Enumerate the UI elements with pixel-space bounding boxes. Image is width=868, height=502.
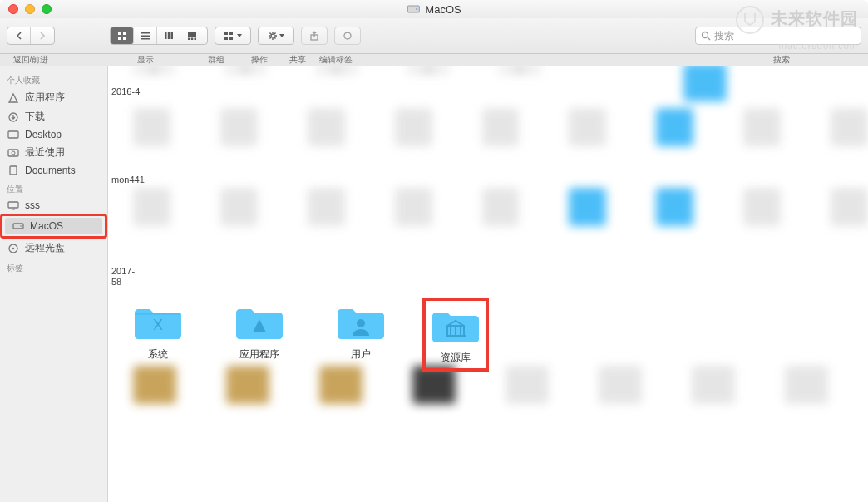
date-label: 2017-58 — [108, 266, 868, 288]
zoom-button[interactable] — [42, 4, 52, 14]
svg-rect-8 — [141, 38, 150, 40]
svg-rect-14 — [191, 38, 194, 41]
svg-point-20 — [271, 34, 274, 37]
svg-point-23 — [703, 32, 708, 38]
window-body: 个人收藏 应用程序 下载 Desktop 最近使用 Documents 位置 s… — [0, 66, 868, 502]
svg-text:X: X — [153, 317, 163, 333]
sidebar-item-documents[interactable]: Documents — [0, 162, 107, 179]
sidebar-item-label: Desktop — [25, 129, 62, 140]
content-area: GZGZGZGZGZ 2016-4 mon441 2017-58 X 系统 应用… — [108, 66, 868, 502]
svg-point-31 — [20, 225, 22, 227]
close-button[interactable] — [8, 4, 18, 14]
hdd-icon — [12, 220, 25, 232]
svg-rect-16 — [224, 32, 228, 35]
svg-rect-26 — [8, 150, 18, 156]
svg-rect-12 — [188, 32, 196, 37]
svg-rect-3 — [123, 32, 126, 35]
svg-rect-5 — [123, 37, 126, 40]
window-title: MacOS — [407, 2, 461, 16]
favorites-heading: 个人收藏 — [0, 70, 107, 88]
forward-button[interactable] — [31, 27, 54, 44]
action-button[interactable] — [258, 27, 294, 45]
svg-rect-19 — [229, 37, 233, 40]
macos-highlight-box: MacOS — [0, 214, 107, 239]
traffic-lights — [0, 4, 52, 14]
sidebar-item-label: 最近使用 — [25, 145, 65, 160]
sidebar-item-label: MacOS — [30, 220, 63, 232]
titlebar: MacOS — [0, 0, 868, 18]
folder-icon — [334, 303, 387, 342]
search-placeholder: 搜索 — [714, 29, 734, 43]
folder-icon — [233, 303, 286, 342]
folder-label: 资源库 — [441, 351, 471, 365]
folder-label: 用户 — [351, 347, 371, 362]
gallery-view-button[interactable] — [180, 27, 204, 44]
svg-rect-17 — [229, 32, 233, 35]
svg-rect-13 — [188, 38, 190, 41]
column-view-button[interactable] — [157, 27, 180, 44]
sidebar-item-applications[interactable]: 应用程序 — [0, 88, 107, 107]
download-icon — [7, 111, 20, 123]
tags-heading: 标签 — [0, 258, 107, 276]
share-button[interactable] — [301, 27, 328, 45]
app-icon — [7, 92, 20, 104]
svg-rect-6 — [141, 32, 150, 34]
toolbar: 搜索 — [0, 18, 868, 54]
finder-window: MacOS 搜索 返回/前进 显示 群组 操作 共享 编辑标签 搜 — [0, 0, 868, 502]
sidebar-item-label: 远程光盘 — [25, 241, 65, 255]
sidebar-item-macos[interactable]: MacOS — [5, 218, 102, 234]
list-view-button[interactable] — [134, 27, 157, 44]
svg-point-22 — [344, 32, 351, 39]
svg-rect-30 — [13, 224, 23, 229]
svg-rect-2 — [118, 32, 121, 35]
view-mode-selector — [110, 27, 208, 45]
sidebar-item-desktop[interactable]: Desktop — [0, 126, 107, 143]
svg-rect-25 — [8, 131, 18, 138]
search-input[interactable]: 搜索 — [695, 27, 861, 45]
search-icon — [701, 31, 711, 41]
folder-label: 应用程序 — [239, 347, 279, 362]
svg-rect-28 — [10, 166, 17, 175]
folders-row: X 系统 应用程序 用户 资源库 — [125, 303, 482, 368]
svg-point-35 — [357, 319, 365, 327]
desktop-icon — [7, 129, 20, 140]
share-icon — [309, 31, 319, 41]
sidebar: 个人收藏 应用程序 下载 Desktop 最近使用 Documents 位置 s… — [0, 66, 108, 502]
svg-rect-15 — [195, 38, 197, 41]
folder-system[interactable]: X 系统 — [125, 303, 191, 368]
folder-library[interactable]: 资源库 — [422, 298, 489, 372]
svg-point-33 — [12, 247, 14, 249]
sidebar-item-label: 应用程序 — [25, 91, 65, 105]
folder-users[interactable]: 用户 — [328, 303, 394, 368]
toolbar-labels: 返回/前进 显示 群组 操作 共享 编辑标签 搜索 — [0, 54, 868, 66]
date-label: 2016-4 — [108, 86, 868, 97]
icon-view-button[interactable] — [111, 27, 134, 44]
group-by-button[interactable] — [215, 27, 251, 45]
back-button[interactable] — [7, 27, 31, 44]
sidebar-item-downloads[interactable]: 下载 — [0, 107, 107, 126]
svg-point-1 — [416, 8, 417, 10]
folder-label: 系统 — [148, 347, 168, 362]
minimize-button[interactable] — [25, 4, 35, 14]
svg-rect-11 — [170, 32, 173, 39]
svg-rect-18 — [224, 37, 228, 40]
svg-rect-7 — [141, 36, 150, 37]
sidebar-item-label: sss — [25, 199, 40, 211]
tags-button[interactable] — [334, 27, 361, 45]
nav-back-forward — [7, 27, 55, 45]
tag-icon — [343, 31, 353, 41]
gear-icon — [268, 31, 278, 41]
folder-applications[interactable]: 应用程序 — [226, 303, 293, 368]
sidebar-item-remote-disc[interactable]: 远程光盘 — [0, 239, 107, 258]
sidebar-item-label: Documents — [25, 165, 76, 176]
svg-rect-10 — [167, 32, 170, 39]
svg-point-27 — [12, 151, 15, 155]
sidebar-item-sss[interactable]: sss — [0, 197, 107, 214]
svg-rect-9 — [165, 32, 167, 39]
docs-icon — [7, 165, 20, 176]
locations-heading: 位置 — [0, 179, 107, 197]
sidebar-item-recents[interactable]: 最近使用 — [0, 143, 107, 162]
folder-icon: X — [131, 303, 185, 342]
recent-icon — [7, 147, 20, 159]
hdd-icon — [407, 2, 420, 16]
